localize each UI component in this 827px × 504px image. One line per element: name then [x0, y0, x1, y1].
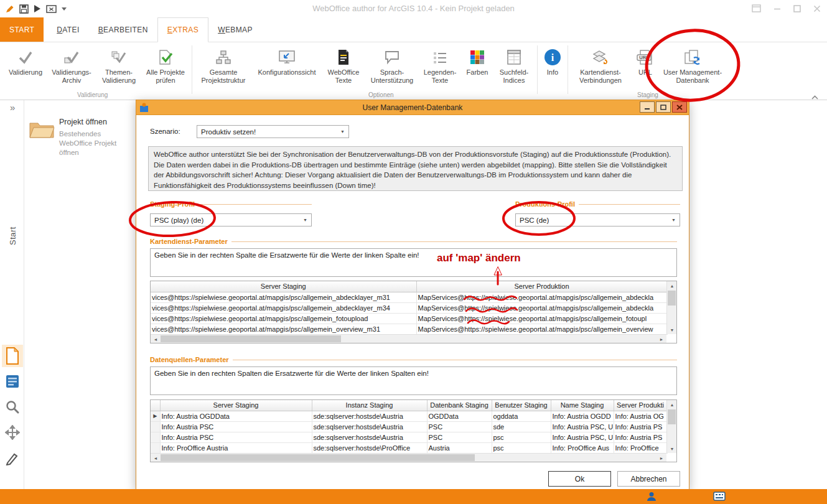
kartendienst-group-label: Kartendienst-Parameter [150, 237, 677, 246]
pan-icon[interactable] [2, 421, 23, 444]
search-icon[interactable] [2, 396, 23, 418]
keyboard-language-icon[interactable] [713, 492, 726, 503]
scroll-right-icon[interactable]: ► [656, 335, 666, 343]
horizontal-scrollbar[interactable]: ◄ ► [151, 453, 666, 462]
legend-list-icon [432, 46, 448, 68]
open-project-title[interactable]: Projekt öffnen [59, 118, 107, 126]
dropdown-arrow-icon: ▼ [301, 215, 310, 225]
tab-webmap[interactable]: WEBMAP [208, 17, 262, 42]
window-options-icon[interactable] [752, 4, 761, 15]
dialog-title: User Management-Datenbank [136, 103, 689, 112]
produktions-profil-dropdown[interactable]: PSC (de) ▼ [515, 213, 680, 226]
ribbon-button-suchfeld-indices[interactable]: Suchfeld-Indices [493, 44, 535, 85]
scroll-left-icon[interactable]: ◄ [151, 454, 161, 462]
table-row[interactable]: ▶ Info: Austria OGDDatasde:sqlserver:hos… [151, 411, 667, 421]
column-header-server-staging[interactable]: Server Staging [151, 281, 416, 292]
ribbon-group-separator [568, 45, 568, 94]
staging-profil-dropdown[interactable]: PSC (play) (de) ▼ [150, 213, 312, 226]
scroll-down-icon[interactable]: ▼ [667, 325, 677, 334]
column-header-server-staging[interactable]: Server Staging [160, 400, 312, 411]
dialog-close-button[interactable] [672, 101, 687, 113]
scroll-up-icon[interactable]: ▲ [667, 281, 677, 290]
user-management-dialog: User Management-Datenbank Szenario: Prod… [136, 100, 689, 490]
pen-icon[interactable] [2, 447, 23, 469]
table-row[interactable]: vices@https://spielwiese.geoportal.at/ma… [151, 324, 667, 334]
table-row[interactable]: vices@https://spielwiese.geoportal.at/ma… [151, 313, 667, 324]
user-status-icon[interactable] [646, 491, 657, 504]
minimize-button[interactable] [773, 4, 781, 15]
cancel-button[interactable]: Abbrechen [617, 471, 680, 487]
ribbon-button-alle-projekte-pruefen[interactable]: Alle Projekteprüfen [142, 44, 189, 85]
ribbon-group-label-staging: Staging [637, 91, 658, 98]
ribbon-button-farben[interactable]: Farben [461, 44, 493, 85]
column-header-benutzer-staging[interactable]: Benutzer Staging [492, 400, 551, 411]
ribbon-button-info[interactable]: i Info [540, 44, 565, 85]
table-row[interactable]: vices@https://spielwiese.geoportal.at/ma… [151, 302, 667, 313]
scroll-down-icon[interactable]: ▼ [667, 444, 677, 453]
ribbon-button-validierung[interactable]: Validierung [4, 44, 47, 85]
project-page-icon[interactable] [2, 345, 23, 367]
tab-bearbeiten[interactable]: BEARBEITEN [89, 17, 157, 42]
vertical-scrollbar[interactable]: ▲ ▼ [666, 281, 676, 334]
ok-button[interactable]: Ok [548, 471, 611, 487]
close-button[interactable] [813, 4, 821, 15]
column-header-server-produktion[interactable]: Server Produkti [614, 400, 667, 411]
ribbon-button-weboffice-texte[interactable]: WebOfficeTexte [322, 44, 365, 85]
ribbon-button-sprach-unterstuetzung[interactable]: Sprach-Unterstützung [365, 44, 419, 85]
szenario-dropdown[interactable]: Produktiv setzen! ▼ [197, 125, 349, 138]
dropdown-arrow-icon: ▼ [669, 215, 678, 225]
window-controls [752, 4, 821, 15]
ribbon: Validierung Validierungs-Archiv Themen-V… [0, 42, 827, 100]
mapservice-icon [591, 46, 610, 68]
ribbon-group-label-validierung: Validierung [77, 91, 108, 98]
open-project-folder-icon[interactable] [29, 119, 55, 142]
ribbon-button-konfigurationssicht[interactable]: Konfigurationssicht [252, 44, 322, 85]
status-bar [0, 489, 827, 504]
scrollbar-thumb[interactable] [161, 335, 341, 342]
ribbon-collapse-icon[interactable] [811, 91, 818, 102]
ribbon-button-gesamte-projektstruktur[interactable]: GesamteProjektstruktur [195, 44, 252, 85]
user-db-sync-icon [683, 46, 703, 68]
ribbon-button-validierungs-archiv[interactable]: Validierungs-Archiv [47, 44, 96, 85]
column-header-datenbank-staging[interactable]: Datenbank Staging [427, 400, 492, 411]
datenquellen-instruction: Geben Sie in den rechten Spalten die Ers… [150, 366, 677, 395]
scrollbar-thumb[interactable] [668, 291, 676, 306]
ribbon-group-label-optionen: Optionen [368, 91, 394, 98]
table-row[interactable]: Info: Austria PSCsde:sqlserver:hostsde\A… [151, 421, 667, 432]
scroll-left-icon[interactable]: ◄ [151, 335, 161, 343]
dialog-minimize-button[interactable] [640, 101, 655, 113]
expand-panel-chevron[interactable]: » [10, 102, 15, 113]
column-header-instanz-staging[interactable]: Instanz Staging [312, 400, 427, 411]
scroll-up-icon[interactable]: ▲ [667, 400, 677, 409]
column-header-server-produktion[interactable]: Server Produktion [416, 281, 667, 292]
table-row[interactable]: vices@https://spielwiese.geoportal.at/ma… [151, 292, 667, 302]
speech-bubble-icon [384, 46, 400, 68]
kartendienst-table: Server Staging Server Produktion vices@h… [150, 281, 677, 343]
table-row[interactable]: Info: Austria PSCsde:sqlserver:hostsde\A… [151, 432, 667, 442]
table-row[interactable]: Info: ProOffice Austriasde:sqlserver:hos… [151, 442, 667, 453]
scroll-right-icon[interactable]: ► [656, 454, 666, 462]
staging-profil-group-label: Staging-Profil [150, 200, 312, 208]
ribbon-tab-bar: START DATEI BEARBEITEN EXTRAS WEBMAP [0, 17, 827, 42]
column-header-name-staging[interactable]: Name Staging [551, 400, 614, 411]
ribbon-button-url[interactable]: URL URL [630, 44, 660, 85]
svg-text:URL: URL [639, 55, 649, 60]
ribbon-button-legenden-texte[interactable]: Legenden-Texte [419, 44, 461, 85]
ribbon-button-themen-validierung[interactable]: Themen-Validierung [96, 44, 142, 85]
ribbon-button-kartendienst-verbindungen[interactable]: Kartendienst-Verbindungen [571, 44, 630, 85]
vertical-scrollbar[interactable]: ▲ ▼ [666, 400, 676, 453]
app-window: WebOffice author for ArcGIS 10.4 - Kein … [0, 0, 827, 504]
horizontal-scrollbar[interactable]: ◄ ► [151, 334, 666, 343]
tab-start[interactable]: START [0, 17, 44, 42]
left-strip-divider [24, 100, 24, 489]
dialog-maximize-button[interactable] [656, 101, 671, 113]
tab-datei[interactable]: DATEI [47, 17, 88, 42]
blue-panel-icon[interactable] [2, 370, 23, 393]
scrollbar-thumb[interactable] [161, 454, 475, 461]
dialog-titlebar[interactable]: User Management-Datenbank [136, 100, 689, 115]
ribbon-button-user-management-datenbank[interactable]: User Management-Datenbank [660, 44, 725, 85]
maximize-button[interactable] [793, 4, 801, 15]
scrollbar-thumb[interactable] [668, 409, 676, 424]
monitor-icon [278, 46, 296, 68]
tab-extras[interactable]: EXTRAS [157, 17, 208, 42]
